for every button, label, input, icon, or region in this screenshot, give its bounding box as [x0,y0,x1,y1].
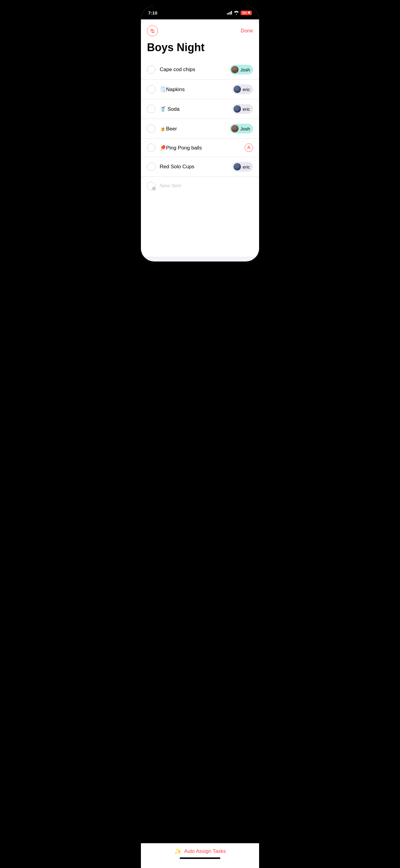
status-bar: 7:10 10+ [141,6,259,19]
list-item: 🥤 Soda eric [141,99,259,119]
page-title: Boys Night [141,39,259,60]
assignee-name: Josh [240,67,250,72]
svg-point-4 [248,146,249,148]
item-text: 🗒️Napkins [160,86,184,93]
svg-rect-3 [231,11,232,14]
status-icons: 10+ [227,10,252,15]
item-text: 🍺Beer [160,126,177,132]
menu-button[interactable] [147,25,158,36]
new-item-row[interactable]: + New Item [141,177,259,195]
shopping-list: Cape cod chips Josh 🗒️Napkins eric [141,60,259,195]
avatar [234,163,241,170]
svg-rect-2 [230,12,231,14]
avatar [231,66,238,73]
assignee-name: eric [243,164,250,169]
assignee-name: Josh [240,126,250,131]
list-item: 🏓Ping Pong balls [141,138,259,157]
assignee-badge-eric[interactable]: eric [232,85,253,94]
item-text: Cape cod chips [160,67,195,73]
item-text: 🥤 Soda [160,106,179,112]
item-text: 🏓Ping Pong balls [160,145,202,151]
item-checkbox[interactable] [147,124,155,133]
assignee-name: eric [243,106,250,112]
assignee-badge-eric[interactable]: eric [232,104,253,114]
assignee-name: eric [243,87,250,92]
plus-icon: + [152,187,156,190]
list-item: Cape cod chips Josh [141,60,259,80]
item-checkbox[interactable] [147,162,155,171]
list-item: Red Solo Cups eric [141,157,259,177]
signal-icon [227,11,232,14]
battery-indicator: 10+ [240,10,252,15]
item-text: Red Solo Cups [160,164,194,170]
svg-rect-0 [227,13,228,14]
status-time: 7:10 [148,10,157,16]
assignee-badge-josh[interactable]: Josh [230,124,253,133]
hamburger-icon [150,29,154,33]
new-item-checkbox[interactable]: + [147,182,155,190]
avatar [234,105,241,113]
item-checkbox[interactable] [147,65,155,74]
wifi-icon [234,11,239,14]
avatar [231,125,238,132]
avatar [234,86,241,93]
assignee-badge-eric[interactable]: eric [232,162,253,172]
phone-frame: 7:10 10+ [141,6,259,261]
done-button[interactable]: Done [240,28,253,34]
new-item-placeholder: New Item [160,183,181,189]
item-checkbox[interactable] [147,144,155,152]
svg-rect-1 [228,13,229,15]
nav-bar: Done [141,21,259,39]
item-checkbox[interactable] [147,85,155,94]
app-content: Done Boys Night Cape cod chips Josh [141,21,259,257]
unassigned-assignee-icon[interactable] [245,144,253,152]
list-item: 🍺Beer Josh [141,119,259,138]
list-item: 🗒️Napkins eric [141,80,259,99]
assignee-badge-josh[interactable]: Josh [230,65,253,74]
item-checkbox[interactable] [147,105,155,113]
